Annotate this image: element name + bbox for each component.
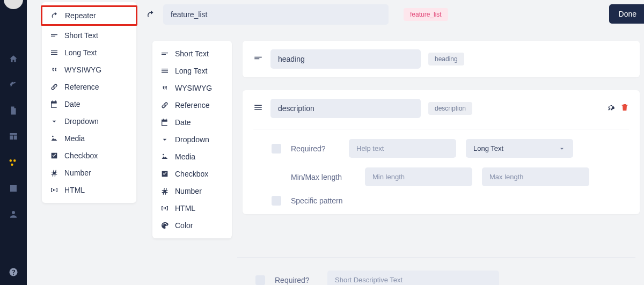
palette-item-date[interactable]: Date: [152, 114, 232, 131]
palette-item-color[interactable]: Color: [152, 217, 232, 234]
palette-item-label: Media: [175, 152, 195, 161]
min-length-input[interactable]: [365, 167, 472, 186]
number-icon: [160, 187, 170, 195]
palette-item-dropdown[interactable]: Dropdown: [152, 131, 232, 148]
repeater-header-row: feature_list Done: [146, 4, 644, 25]
link-icon: [160, 101, 170, 109]
quote-icon: [160, 84, 170, 92]
field-name-input-description[interactable]: [270, 99, 421, 118]
required-checkbox[interactable]: [272, 144, 281, 154]
delete-icon[interactable]: [620, 103, 629, 114]
left-nav-rail: [0, 0, 27, 285]
field-slug-pill: heading: [428, 53, 464, 65]
nav-help-icon[interactable]: [0, 259, 27, 285]
short-icon: [49, 31, 59, 40]
avatar[interactable]: [4, 0, 23, 9]
palette-item-wysiwyg[interactable]: WYSIWYG: [152, 79, 232, 97]
repeater-required-checkbox[interactable]: [255, 275, 265, 285]
palette-item-label: Repeater: [65, 11, 96, 20]
palette-item-short-text[interactable]: Short Text: [152, 45, 232, 62]
nav-document-icon[interactable]: [0, 98, 27, 123]
palette-item-repeater[interactable]: Repeater: [41, 5, 137, 26]
settings-icon[interactable]: [606, 103, 615, 114]
palette-item-html[interactable]: HTML: [152, 200, 232, 217]
minmax-label: Min/Max length: [291, 173, 355, 181]
palette-item-reference[interactable]: Reference: [152, 97, 232, 114]
palette-item-label: Number: [175, 187, 202, 195]
palette-item-dropdown[interactable]: Dropdown: [42, 113, 136, 130]
palette-item-label: Media: [64, 134, 85, 143]
palette-item-checkbox[interactable]: Checkbox: [152, 165, 232, 182]
repeater-required-label: Required?: [275, 276, 318, 284]
palette-item-checkbox[interactable]: Checkbox: [42, 147, 136, 164]
nav-image-icon[interactable]: [0, 176, 27, 201]
palette-item-date[interactable]: Date: [42, 96, 136, 113]
done-button[interactable]: Done: [609, 4, 644, 24]
palette-item-html[interactable]: HTML: [42, 181, 136, 199]
repeater-required-row: Required?: [237, 257, 635, 285]
repeater-slug-pill: feature_list: [404, 8, 448, 21]
palette-item-label: Date: [175, 118, 191, 127]
palette-item-long-text[interactable]: Long Text: [42, 44, 136, 61]
media-icon: [160, 152, 170, 161]
nav-signal-icon[interactable]: [0, 72, 27, 98]
dropdown-icon: [160, 135, 170, 144]
pattern-checkbox[interactable]: [272, 196, 281, 206]
help-text-input[interactable]: [349, 139, 456, 158]
long-icon: [49, 48, 59, 57]
palette-item-label: Reference: [64, 83, 99, 91]
repeat-icon[interactable]: [146, 10, 156, 19]
date-icon: [49, 100, 59, 108]
palette-item-wysiwyg[interactable]: WYSIWYG: [42, 61, 136, 78]
nav-home-icon[interactable]: [0, 46, 27, 72]
media-icon: [49, 134, 59, 143]
html-icon: [49, 186, 59, 194]
date-icon: [160, 118, 170, 127]
field-name-input-heading[interactable]: [270, 49, 421, 69]
short-text-icon: [253, 53, 263, 65]
long-icon: [160, 67, 170, 75]
palette-item-label: Short Text: [64, 31, 98, 40]
palette-item-long-text[interactable]: Long Text: [152, 62, 232, 79]
nav-table-icon[interactable]: [0, 123, 27, 149]
palette-item-number[interactable]: Number: [152, 182, 232, 200]
palette-item-label: WYSIWYG: [175, 84, 212, 92]
check-icon: [49, 151, 59, 160]
palette-item-reference[interactable]: Reference: [42, 78, 136, 96]
pattern-label: Specific pattern: [291, 196, 355, 205]
nav-users-icon[interactable]: [0, 201, 27, 227]
html-icon: [160, 204, 170, 213]
palette-item-number[interactable]: Number: [42, 164, 136, 181]
quote-icon: [49, 65, 59, 74]
check-icon: [160, 170, 170, 178]
palette-item-label: Date: [64, 100, 80, 108]
palette-item-label: HTML: [175, 204, 195, 213]
required-label: Required?: [291, 144, 339, 153]
chevron-down-icon: [558, 145, 566, 152]
palette-item-label: Long Text: [175, 67, 207, 75]
max-length-input[interactable]: [482, 167, 589, 186]
dropdown-icon: [49, 117, 59, 126]
palette-item-short-text[interactable]: Short Text: [42, 27, 136, 44]
number-icon: [49, 169, 59, 177]
repeat-icon: [50, 11, 60, 20]
field-type-select[interactable]: Long Text: [466, 139, 573, 158]
palette-item-label: Reference: [175, 101, 210, 109]
repeater-name-input[interactable]: [163, 4, 389, 25]
long-text-icon: [253, 103, 263, 114]
field-slug-pill: description: [428, 102, 472, 115]
nav-modules-icon[interactable]: [0, 149, 27, 175]
secondary-field-palette: Short TextLong TextWYSIWYGReferenceDateD…: [152, 41, 232, 238]
field-type-value: Long Text: [473, 144, 503, 152]
field-block-heading: heading: [243, 41, 640, 77]
palette-item-label: Checkbox: [175, 170, 208, 178]
repeater-description-input[interactable]: [327, 271, 499, 285]
palette-item-media[interactable]: Media: [42, 130, 136, 147]
field-block-description: description Required? Long Text: [243, 90, 640, 214]
link-icon: [49, 83, 59, 91]
palette-item-label: HTML: [64, 186, 85, 194]
palette-item-label: Number: [64, 169, 91, 177]
short-icon: [160, 49, 170, 58]
primary-field-palette: RepeaterShort TextLong TextWYSIWYGRefere…: [42, 2, 136, 203]
palette-item-media[interactable]: Media: [152, 148, 232, 165]
